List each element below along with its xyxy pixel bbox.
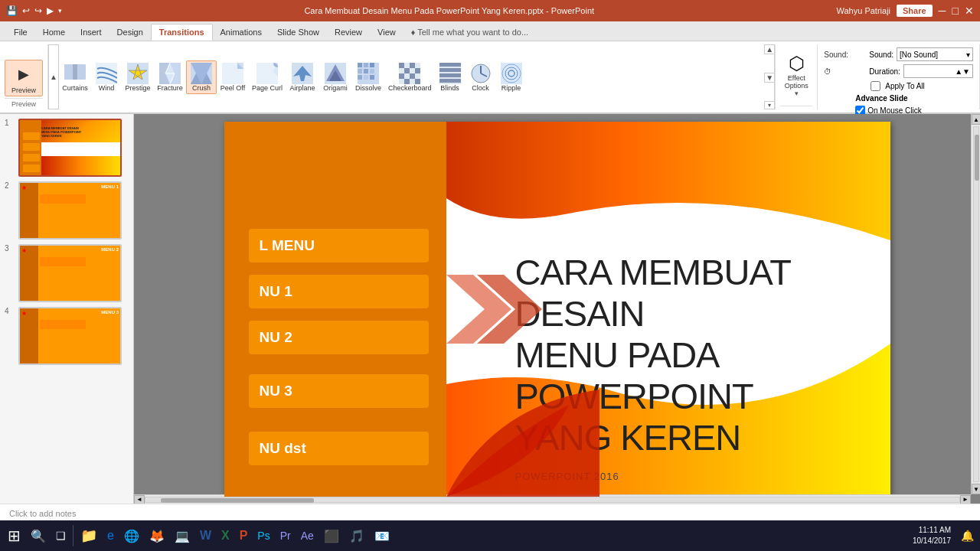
taskbar-chrome[interactable]: 🌐 [119,522,144,549]
vertical-scrollbar[interactable]: ▲ ▼ [971,114,980,494]
preview-button[interactable]: ▶ Preview [5,60,43,96]
transition-curtains[interactable]: Curtains [59,61,91,93]
transition-peel-off[interactable]: Peel Off [217,61,249,93]
blinds-icon [439,63,461,84]
start-presentation-button[interactable]: ▶ [47,5,54,16]
taskbar-photoshop[interactable]: Ps [253,522,274,549]
origami-icon [325,63,346,84]
notification-area[interactable]: 🔔 [958,530,977,542]
slide-image-2[interactable]: MENU 1 ★ [18,181,122,240]
transition-dissolve[interactable]: Dissolve [351,61,385,93]
gallery-scroll-down[interactable]: ▼ [764,73,775,83]
taskbar-premiere[interactable]: Pr [276,522,296,549]
search-button[interactable]: 🔍 [26,522,51,549]
tab-review[interactable]: Review [327,24,370,41]
maximize-button[interactable]: □ [952,5,959,17]
duration-label-icon: ⏱ [824,67,866,76]
hscroll-right[interactable]: ► [960,495,971,504]
transition-clock[interactable]: Clock [466,61,496,93]
hscroll-thumb[interactable] [161,498,314,503]
notes-area[interactable]: Click to add notes [0,504,980,522]
dissolve-icon [358,63,379,84]
taskbar-mail[interactable]: 📧 [370,522,394,549]
ribbon-section-transitions: ▲ Curtains [48,44,776,109]
slide-red-swoosh [446,344,599,497]
taskbar-edge[interactable]: e [103,522,119,549]
tab-view[interactable]: View [370,24,403,41]
svg-rect-41 [439,63,461,67]
scroll-up-button[interactable]: ▲ [48,44,59,109]
taskbar-powerpoint[interactable]: P [235,522,253,549]
slide-image-4[interactable]: MENU 3 ★ [18,307,122,365]
ribbon: ▶ Preview Preview ▲ Curtains [0,41,980,114]
crush-icon [191,63,212,84]
taskbar-aftereffects[interactable]: Ae [296,522,318,549]
transition-blinds[interactable]: Blinds [435,61,466,93]
transition-origami[interactable]: Origami [319,61,351,93]
ribbon-tab-bar: File Home Insert Design Transitions Anim… [0,21,980,41]
tab-file[interactable]: File [6,24,35,41]
taskbar-file-explorer[interactable]: 📁 [76,522,102,549]
svg-rect-24 [370,63,374,67]
slide-thumb-2[interactable]: 2 MENU 1 ★ [5,181,123,240]
minimize-button[interactable]: ─ [939,5,946,17]
transition-checkerboard[interactable]: Checkerboard [385,61,435,93]
taskbar-firefox[interactable]: 🦊 [145,522,169,549]
vscroll-track[interactable] [973,126,979,482]
save-button[interactable]: 💾 [6,5,18,16]
share-button[interactable]: Share [897,5,933,17]
slide-image-3[interactable]: MENU 2 ★ [18,244,122,302]
tab-tell-me[interactable]: ♦ Tell me what you want to do... [403,24,536,41]
apply-all-checkbox[interactable] [871,81,880,91]
quick-access-dropdown[interactable]: ▾ [58,7,62,15]
transition-airplane[interactable]: Airplane [286,61,319,93]
gallery-more[interactable]: ▾ [764,101,775,109]
redo-button[interactable]: ↪ [34,5,42,16]
hscroll-left[interactable]: ◄ [134,495,145,504]
vscroll-thumb[interactable] [975,135,979,181]
quick-access-toolbar[interactable]: 💾 ↩ ↪ ▶ ▾ [6,5,62,16]
tab-design[interactable]: Design [109,24,151,41]
taskbar-app2[interactable]: 🎵 [345,522,369,549]
task-view-button[interactable]: ❑ [51,522,70,549]
transition-prestige[interactable]: Prestige [122,61,154,93]
slide-thumb-4[interactable]: 4 MENU 3 ★ [5,307,123,365]
tab-home[interactable]: Home [35,24,73,41]
svg-rect-34 [404,68,410,73]
taskbar-word[interactable]: W [195,522,216,549]
curtains-label: Curtains [62,84,88,92]
start-button[interactable]: ⊞ [3,522,25,549]
sound-dropdown[interactable]: [No Sound] ▾ [897,47,973,61]
transition-page-curl[interactable]: Page Curl [249,61,286,93]
svg-rect-25 [358,69,362,73]
tab-transitions[interactable]: Transitions [151,24,213,41]
hscroll-track[interactable] [145,497,960,503]
taskbar-ie[interactable]: 💻 [170,522,194,549]
transition-wind[interactable]: Wind [91,61,122,93]
transition-ripple[interactable]: Ripple [496,61,527,93]
slide-image-1[interactable]: CARA MEMBUAT DESAINMENU PADA POWERPOINTY… [18,119,122,177]
effect-options-button[interactable]: ⬡ Effect Options ▾ [782,50,812,100]
slide-menu-label: L MENU [249,229,429,262]
sound-label-text: Sound: [869,51,893,59]
vscroll-down[interactable]: ▼ [972,484,980,494]
tab-animations[interactable]: Animations [213,24,270,41]
svg-rect-48 [501,63,522,84]
gallery-scroll-up[interactable]: ▲ [764,44,775,54]
close-button[interactable]: ✕ [965,5,974,17]
taskbar-excel[interactable]: X [217,522,234,549]
slide-menu-item-2: NU 2 [249,321,429,354]
tab-insert[interactable]: Insert [73,24,109,41]
duration-input[interactable]: ▲▼ [903,64,973,78]
svg-rect-42 [439,68,461,72]
transition-fracture[interactable]: Fracture [154,61,186,93]
undo-button[interactable]: ↩ [22,5,30,16]
transition-crush[interactable]: Crush [186,60,217,94]
slide-thumb-1[interactable]: 1 CARA MEMBUAT DESAINMENU PADA POWERPOIN… [5,119,123,177]
tab-slideshow[interactable]: Slide Show [270,24,327,41]
vscroll-up[interactable]: ▲ [972,114,980,125]
taskbar-app1[interactable]: ⬛ [319,522,344,549]
advance-slide-label: Advance Slide [855,94,942,103]
fracture-label: Fracture [157,84,183,92]
slide-thumb-3[interactable]: 3 MENU 2 ★ [5,244,123,302]
